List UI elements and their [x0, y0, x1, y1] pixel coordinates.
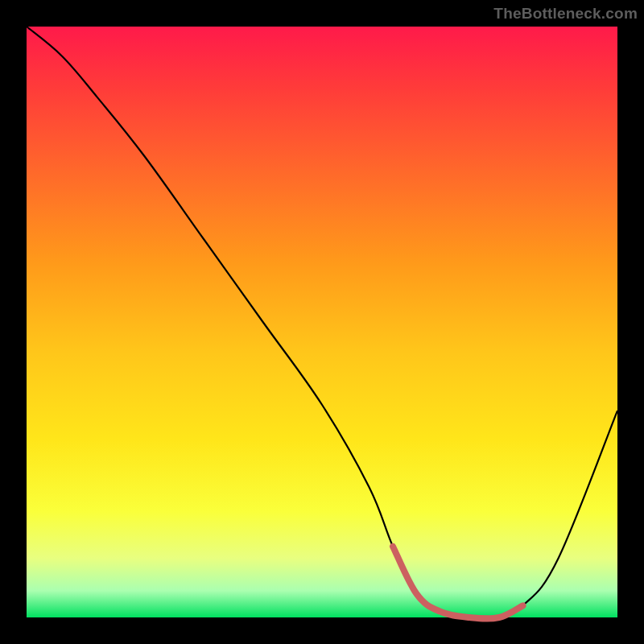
optimal-band	[393, 547, 522, 619]
plot-area	[27, 27, 617, 617]
watermark-text: TheBottleneck.com	[493, 5, 638, 23]
bottleneck-curve	[27, 27, 617, 619]
chart-frame: { "watermark": "TheBottleneck.com", "cha…	[0, 0, 644, 644]
curve-layer	[27, 27, 617, 617]
